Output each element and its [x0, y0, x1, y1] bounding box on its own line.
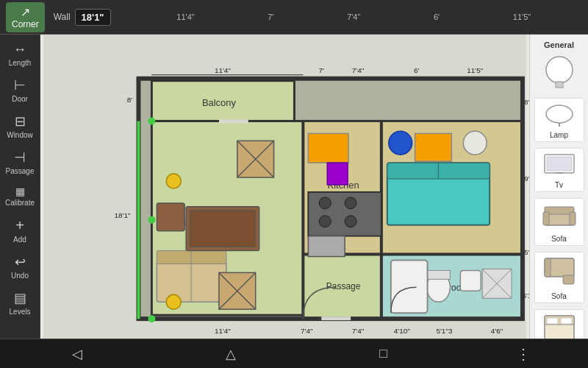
- main-area: ↔ Length ⊢ Door ⊟ Window ⊣ Passage ▦ Cal…: [0, 35, 588, 339]
- svg-rect-92: [545, 258, 551, 277]
- sofa1-icon: [541, 201, 578, 230]
- tv-icon: [541, 151, 578, 177]
- more-options-button[interactable]: ⋮: [516, 345, 531, 363]
- corner-button[interactable]: ↗ Corner: [6, 2, 45, 32]
- svg-text:18'1": 18'1": [115, 211, 131, 219]
- svg-rect-36: [308, 192, 381, 236]
- sidebar-item-passage[interactable]: ⊣ Passage: [2, 145, 37, 180]
- svg-text:Balcony: Balcony: [202, 97, 237, 108]
- corner-label: Corner: [12, 19, 39, 29]
- svg-point-39: [319, 216, 331, 227]
- svg-text:7': 7': [319, 66, 325, 74]
- svg-text:9'1": 9'1": [524, 175, 529, 183]
- svg-point-77: [148, 315, 155, 322]
- sidebar-item-door[interactable]: ⊢ Door: [2, 73, 37, 107]
- furniture-sofa1[interactable]: Sofa: [534, 198, 584, 246]
- svg-rect-95: [547, 318, 558, 324]
- svg-rect-50: [460, 270, 481, 291]
- calibrate-icon: ▦: [15, 185, 25, 197]
- undo-icon: ↩: [15, 254, 26, 270]
- bottom-nav: ◁ △ □ ⋮: [0, 339, 588, 368]
- door-icon: ⊢: [14, 77, 26, 93]
- svg-rect-41: [308, 236, 345, 257]
- svg-text:4'10": 4'10": [394, 327, 410, 335]
- svg-text:5'6": 5'6": [524, 249, 529, 256]
- sidebar-item-undo[interactable]: ↩ Undo: [2, 250, 37, 284]
- sofa2-label: Sofa: [551, 292, 567, 300]
- svg-text:11'4": 11'4": [215, 327, 231, 335]
- svg-point-38: [345, 197, 356, 209]
- top-measure-1: 11'4": [176, 13, 194, 21]
- svg-point-40: [345, 216, 356, 227]
- svg-point-81: [546, 105, 573, 123]
- sidebar-label-undo: Undo: [11, 272, 29, 280]
- svg-text:7'4": 7'4": [352, 66, 365, 74]
- svg-text:11'4": 11'4": [215, 66, 231, 74]
- svg-point-78: [148, 216, 155, 224]
- back-button[interactable]: ◁: [57, 343, 97, 365]
- svg-rect-49: [427, 270, 451, 279]
- sidebar-item-add[interactable]: + Add: [2, 213, 37, 248]
- bed-preview: [541, 312, 578, 339]
- top-measure-5: 11'5": [513, 13, 531, 21]
- sidebar-item-window[interactable]: ⊟ Window: [2, 109, 37, 144]
- sidebar-item-length[interactable]: ↔ Length: [2, 38, 37, 71]
- recents-button[interactable]: □: [365, 343, 402, 364]
- window-icon: ⊟: [15, 113, 26, 130]
- sofa2-icon: [541, 255, 578, 288]
- lamp-icon: [541, 101, 578, 127]
- home-button[interactable]: △: [211, 343, 251, 365]
- svg-rect-89: [570, 212, 576, 225]
- length-icon: ↔: [13, 42, 26, 57]
- svg-rect-96: [561, 318, 572, 324]
- svg-text:11'5": 11'5": [467, 66, 483, 74]
- svg-rect-20: [157, 262, 226, 302]
- furniture-tv[interactable]: Tv: [534, 148, 584, 192]
- lamp-preview: [541, 101, 578, 130]
- svg-text:6': 6': [414, 66, 420, 74]
- sidebar-label-calibrate: Calibrate: [5, 199, 35, 207]
- svg-text:4'6": 4'6": [491, 327, 503, 335]
- sidebar-item-calibrate[interactable]: ▦ Calibrate: [2, 181, 37, 211]
- furniture-lamp[interactable]: Lamp: [534, 98, 584, 142]
- svg-rect-35: [327, 163, 348, 185]
- svg-rect-51: [391, 261, 428, 314]
- sofa2-preview: [541, 255, 578, 291]
- svg-rect-43: [415, 133, 452, 161]
- sidebar-label-add: Add: [13, 236, 26, 244]
- bed-icon: [541, 312, 578, 339]
- svg-rect-80: [556, 82, 563, 88]
- svg-rect-84: [547, 157, 572, 171]
- sidebar-label-door: Door: [12, 95, 28, 103]
- svg-text:Passage: Passage: [326, 281, 361, 291]
- svg-rect-34: [308, 133, 348, 163]
- svg-rect-88: [543, 212, 549, 225]
- wall-value: 18'1": [75, 9, 111, 26]
- top-toolbar: ↗ Corner Wall 18'1" 11'4" 7' 7'4" 6' 11'…: [0, 0, 588, 35]
- general-icon: [541, 55, 578, 92]
- svg-text:7'4": 7'4": [352, 327, 365, 335]
- sofa1-preview: [541, 201, 578, 233]
- sidebar-label-length: Length: [9, 59, 32, 67]
- corner-arrow: ↗: [21, 5, 30, 19]
- sidebar-label-passage: Passage: [6, 167, 35, 175]
- sofa1-label: Sofa: [551, 235, 567, 243]
- svg-rect-24: [190, 210, 256, 247]
- svg-rect-21: [157, 251, 226, 264]
- furniture-bed[interactable]: Bed: [534, 309, 584, 339]
- svg-rect-91: [563, 275, 574, 284]
- furniture-sofa2[interactable]: Sofa: [534, 252, 584, 303]
- add-icon: +: [15, 217, 24, 234]
- top-measure-4: 6': [434, 13, 440, 21]
- sidebar-label-levels: Levels: [10, 308, 31, 316]
- svg-point-76: [148, 117, 155, 124]
- sidebar-item-levels[interactable]: ▤ Levels: [2, 286, 37, 320]
- svg-text:5'1"3: 5'1"3: [436, 327, 452, 335]
- svg-rect-25: [157, 203, 184, 231]
- wall-label: Wall: [54, 12, 71, 22]
- levels-icon: ▤: [14, 290, 26, 306]
- floor-plan-area[interactable]: Balcony Living Kitchen Bedroom Passage B…: [40, 35, 529, 339]
- right-panel: General Lamp: [529, 35, 588, 339]
- tv-label: Tv: [555, 181, 563, 189]
- panel-section-title: General: [544, 40, 574, 49]
